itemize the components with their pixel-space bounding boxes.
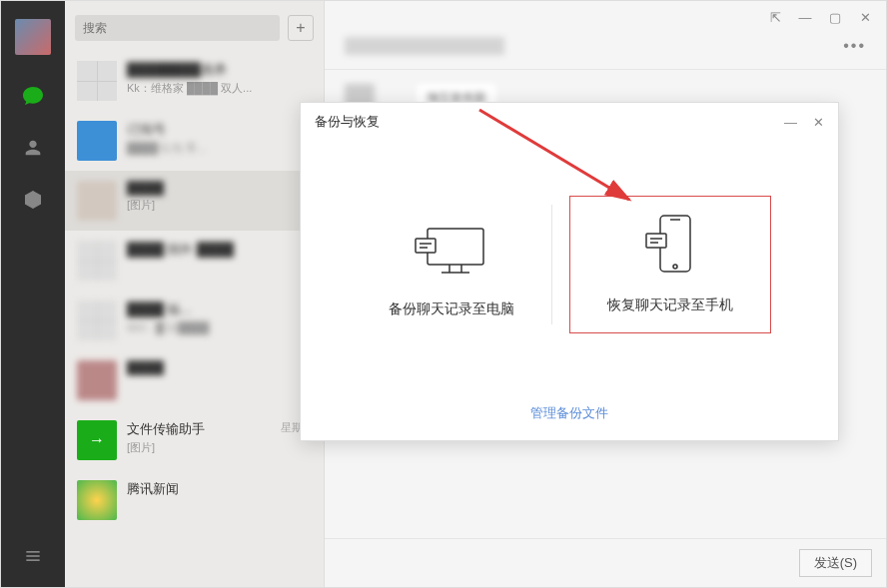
add-button[interactable]: + bbox=[288, 15, 314, 41]
svg-rect-7 bbox=[416, 239, 436, 253]
dialog-footer: 管理备份文件 bbox=[301, 389, 838, 440]
svg-point-12 bbox=[673, 265, 677, 269]
dialog-close-icon[interactable]: ✕ bbox=[813, 115, 824, 130]
conv-subtitle: Kk：维格家 ████ 双人... bbox=[127, 81, 312, 96]
favorites-icon[interactable] bbox=[20, 187, 46, 213]
close-icon[interactable]: ✕ bbox=[858, 10, 872, 24]
phone-icon bbox=[570, 207, 770, 287]
computer-icon bbox=[352, 211, 551, 291]
svg-rect-13 bbox=[646, 234, 666, 248]
dialog-title: 备份与恢复 bbox=[315, 113, 380, 131]
conv-subtitle: 003：█ 回████ bbox=[127, 320, 312, 335]
backup-restore-dialog: 备份与恢复 — ✕ 备份聊天记录至电脑 bbox=[300, 102, 839, 441]
restore-to-phone-option[interactable]: 恢复聊天记录至手机 bbox=[570, 197, 770, 332]
divider bbox=[551, 205, 552, 324]
conv-title: ████ 福... bbox=[127, 300, 312, 318]
backup-to-pc-option[interactable]: 备份聊天记录至电脑 bbox=[352, 211, 551, 318]
chat-title bbox=[345, 37, 504, 55]
chat-header: ••• bbox=[325, 33, 886, 70]
search-row: + bbox=[65, 1, 324, 51]
conversation-item[interactable]: ████████惠券 Kk：维格家 ████ 双人... bbox=[65, 51, 324, 111]
conversation-item[interactable]: ████ [图片] bbox=[65, 171, 324, 231]
conv-subtitle: [图片] bbox=[127, 198, 312, 213]
restore-label: 恢复聊天记录至手机 bbox=[570, 296, 770, 314]
conversation-list: ████████惠券 Kk：维格家 ████ 双人... 订阅号 ████ 红包… bbox=[65, 51, 324, 587]
dialog-header: 备份与恢复 — ✕ bbox=[301, 103, 838, 139]
contacts-icon[interactable] bbox=[20, 135, 46, 161]
input-area: 发送(S) bbox=[325, 538, 886, 587]
conversation-item[interactable]: 订阅号 ████ 红包 零... bbox=[65, 111, 324, 171]
send-button[interactable]: 发送(S) bbox=[799, 549, 872, 577]
conv-title: ████████惠券 bbox=[127, 61, 312, 79]
dialog-minimize-icon[interactable]: — bbox=[784, 115, 797, 130]
nav-sidebar bbox=[1, 1, 65, 587]
search-input[interactable] bbox=[75, 15, 280, 41]
conversation-item[interactable]: ████ 福... 003：█ 回████ bbox=[65, 291, 324, 350]
conv-title: ████ bbox=[127, 360, 312, 375]
conv-title: 腾讯新闻 bbox=[127, 480, 312, 498]
conversation-item[interactable]: 腾讯新闻 bbox=[65, 470, 324, 530]
pin-icon[interactable]: ⇱ bbox=[768, 10, 782, 24]
minimize-icon[interactable]: — bbox=[798, 10, 812, 24]
window-controls: ⇱ — ▢ ✕ bbox=[325, 1, 886, 33]
manage-backups-link[interactable]: 管理备份文件 bbox=[530, 405, 608, 420]
menu-icon[interactable] bbox=[20, 543, 46, 569]
backup-label: 备份聊天记录至电脑 bbox=[352, 300, 551, 318]
conv-title: ████ bbox=[127, 181, 312, 196]
conversation-panel: + ████████惠券 Kk：维格家 ████ 双人... 订阅号 ████ … bbox=[65, 1, 325, 587]
more-icon[interactable]: ••• bbox=[843, 37, 866, 55]
conv-subtitle: ████ 红包 零... bbox=[127, 141, 312, 156]
my-avatar[interactable] bbox=[15, 19, 51, 55]
conv-title: ████ 国外 ████ bbox=[127, 241, 312, 259]
chat-icon[interactable] bbox=[20, 83, 46, 109]
conversation-item[interactable]: ████ 国外 ████ bbox=[65, 231, 324, 291]
conv-subtitle: [图片] bbox=[127, 440, 312, 455]
dialog-body: 备份聊天记录至电脑 恢复聊天记录至手机 bbox=[301, 139, 838, 389]
maximize-icon[interactable]: ▢ bbox=[828, 10, 842, 24]
conversation-item[interactable]: → 文件传输助手 [图片] 星期一 bbox=[65, 410, 324, 470]
conv-title: 订阅号 bbox=[127, 121, 312, 139]
conversation-item[interactable]: ████ bbox=[65, 350, 324, 410]
